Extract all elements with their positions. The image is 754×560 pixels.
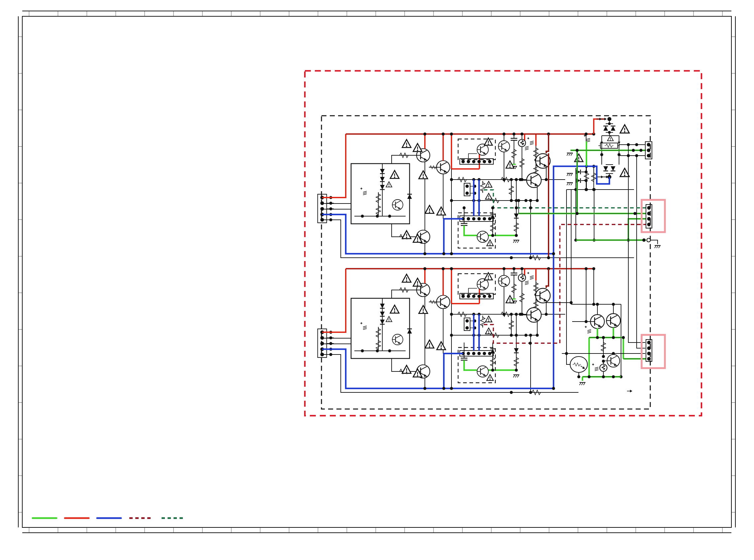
harness-connector-2-highlight[interactable] xyxy=(641,335,665,368)
trunk-wires xyxy=(628,145,645,348)
harness-connector-1[interactable] xyxy=(641,200,665,232)
schematic-canvas xyxy=(0,0,754,560)
dark-green-net xyxy=(484,190,646,208)
sheet-border xyxy=(18,11,735,533)
rectifier-cluster xyxy=(574,117,629,179)
harness-connector-1-highlight[interactable] xyxy=(641,200,665,232)
switch-cluster xyxy=(546,269,646,393)
schematic-page xyxy=(0,0,754,560)
green-nets xyxy=(517,135,661,248)
blue-link xyxy=(553,166,609,388)
harness-connector-2[interactable] xyxy=(641,335,665,368)
